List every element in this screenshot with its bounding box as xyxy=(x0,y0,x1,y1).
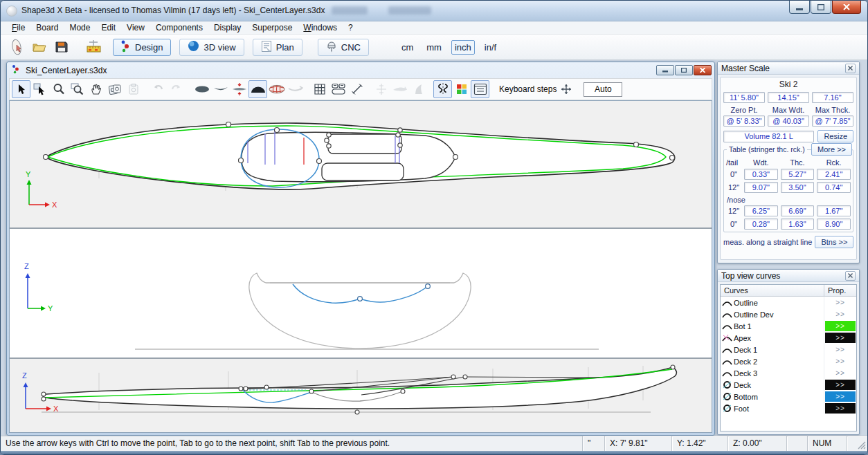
doc-close-button[interactable] xyxy=(694,65,712,75)
prop-column-header[interactable]: Prop. xyxy=(824,285,856,296)
paste-view-icon[interactable] xyxy=(124,80,143,98)
prop-button[interactable]: >> xyxy=(825,403,856,414)
copy-view-icon[interactable] xyxy=(105,80,124,98)
colors-icon[interactable] xyxy=(452,80,471,98)
tail-wdt-field[interactable]: 0.33" xyxy=(744,169,778,180)
zero-at-field[interactable]: @ 5' 8.33" xyxy=(723,115,765,127)
measure-icon[interactable] xyxy=(347,80,366,98)
redo-icon[interactable] xyxy=(167,80,186,98)
close-button[interactable] xyxy=(832,1,861,14)
top-view-pane[interactable]: Y X xyxy=(10,101,712,228)
thickness-view-icon[interactable] xyxy=(230,80,248,98)
curve-row-deck[interactable]: Deck >> xyxy=(721,379,856,391)
nose-thc-field[interactable]: 6.69" xyxy=(781,205,815,216)
unit-cm[interactable]: cm xyxy=(398,40,417,55)
curve-row-deck3[interactable]: Deck 3 >> xyxy=(721,367,856,379)
nose-thc-field[interactable]: 1.63" xyxy=(781,219,815,230)
max-thickness-field[interactable]: 7.16" xyxy=(812,92,853,103)
curves-close-icon[interactable] xyxy=(845,271,856,281)
menu-help[interactable]: ? xyxy=(343,21,359,34)
prop-button[interactable]: >> xyxy=(825,321,856,331)
prop-button[interactable]: >> xyxy=(825,368,856,378)
prop-button[interactable]: >> xyxy=(825,380,856,390)
doc-minimize-button[interactable] xyxy=(656,65,674,75)
menu-display[interactable]: Display xyxy=(208,21,246,34)
panel-toggle-icon[interactable] xyxy=(471,80,489,98)
minimize-button[interactable] xyxy=(789,1,810,14)
curve-row-apex[interactable]: Apex >> xyxy=(721,332,856,344)
save-icon[interactable] xyxy=(51,37,73,57)
curve-row-deck1[interactable]: Deck 1 >> xyxy=(721,344,856,355)
master-scale-close-icon[interactable] xyxy=(845,64,856,73)
curve-row-bot1[interactable]: Bot 1 >> xyxy=(721,320,856,332)
resize-button[interactable]: Resize xyxy=(817,130,853,142)
grid-icon[interactable] xyxy=(310,80,329,98)
rocker-view-icon[interactable] xyxy=(211,80,230,98)
max-width-field[interactable]: 14.15" xyxy=(768,92,809,103)
prop-button[interactable]: >> xyxy=(825,356,856,366)
tail-thc-field[interactable]: 5.27" xyxy=(781,169,815,180)
maximize-button[interactable] xyxy=(811,1,831,14)
prop-button[interactable]: >> xyxy=(825,309,856,319)
curve-row-foot[interactable]: Foot >> xyxy=(721,402,856,414)
menu-board[interactable]: Board xyxy=(30,21,64,34)
prop-button[interactable]: >> xyxy=(825,333,856,343)
scale-tool-icon[interactable] xyxy=(82,37,105,57)
pan-hand-icon[interactable] xyxy=(87,80,105,98)
max-thck-at-field[interactable]: @ 7' 7.85" xyxy=(812,115,853,127)
select-points-icon[interactable] xyxy=(30,80,49,98)
curve-row-outline[interactable]: Outline >> xyxy=(721,297,856,308)
ghost-board-icon[interactable] xyxy=(390,80,409,98)
prop-button[interactable]: >> xyxy=(825,297,856,308)
guideline-icon[interactable] xyxy=(372,80,390,98)
mirror-icon[interactable] xyxy=(433,80,452,98)
unit-mm[interactable]: mm xyxy=(423,40,445,55)
curve-row-deck2[interactable]: Deck 2 >> xyxy=(721,355,856,367)
nose-wdt-field[interactable]: 0.28" xyxy=(744,219,778,230)
menu-file[interactable]: File xyxy=(6,21,30,34)
volume-field[interactable]: Volume 82.1 L xyxy=(723,131,814,142)
curves-column-header[interactable]: Curves xyxy=(721,285,824,296)
tail-rck-field[interactable]: 0.74" xyxy=(817,182,851,193)
menu-view[interactable]: View xyxy=(121,21,150,34)
section-view-pane[interactable]: Z Y xyxy=(10,229,712,358)
doc-maximize-button[interactable] xyxy=(675,65,693,75)
length-field[interactable]: 11' 5.80" xyxy=(723,92,765,103)
3d-view-button[interactable]: 3D view xyxy=(179,39,244,56)
menu-edit[interactable]: Edit xyxy=(96,21,121,34)
slices-icon[interactable] xyxy=(329,80,347,98)
outline-view-icon[interactable] xyxy=(192,80,211,98)
flow-view-icon[interactable] xyxy=(286,80,305,98)
plan-button[interactable]: Plan xyxy=(253,39,302,56)
max-wdt-at-field[interactable]: @ 40.03" xyxy=(768,115,809,127)
prop-button[interactable]: >> xyxy=(825,344,856,355)
select-arrow-icon[interactable] xyxy=(12,80,30,98)
menu-components[interactable]: Components xyxy=(150,21,208,34)
tail-thc-field[interactable]: 3.50" xyxy=(781,182,815,193)
menu-mode[interactable]: Mode xyxy=(64,21,96,34)
wireframe-view-icon[interactable] xyxy=(267,80,286,98)
zoom-window-icon[interactable] xyxy=(68,80,87,98)
more-button[interactable]: More >> xyxy=(811,143,852,156)
auto-button[interactable]: Auto xyxy=(584,82,622,97)
open-folder-icon[interactable] xyxy=(28,37,51,57)
zoom-icon[interactable] xyxy=(49,80,68,98)
curve-row-bottom[interactable]: Bottom >> xyxy=(721,391,856,402)
nose-rck-field[interactable]: 8.90" xyxy=(817,219,851,230)
side-view-pane[interactable]: Z X xyxy=(10,359,712,432)
resize-grip[interactable] xyxy=(847,436,867,451)
nose-rck-field[interactable]: 1.67" xyxy=(817,205,851,216)
tail-wdt-field[interactable]: 9.07" xyxy=(744,182,778,193)
undo-icon[interactable] xyxy=(148,80,167,98)
nose-wdt-field[interactable]: 6.25" xyxy=(744,205,778,216)
cnc-button[interactable]: CNC xyxy=(318,39,369,56)
new-board-icon[interactable] xyxy=(6,37,28,57)
menu-windows[interactable]: Windows xyxy=(298,21,343,34)
prop-button[interactable]: >> xyxy=(825,391,856,402)
move-steps-icon[interactable] xyxy=(557,80,575,98)
fin-icon[interactable] xyxy=(409,80,428,98)
tail-rck-field[interactable]: 2.41" xyxy=(817,169,851,180)
btns-button[interactable]: Btns >> xyxy=(815,236,853,248)
section-view-icon[interactable] xyxy=(248,80,267,98)
design-button[interactable]: Design xyxy=(113,39,171,56)
